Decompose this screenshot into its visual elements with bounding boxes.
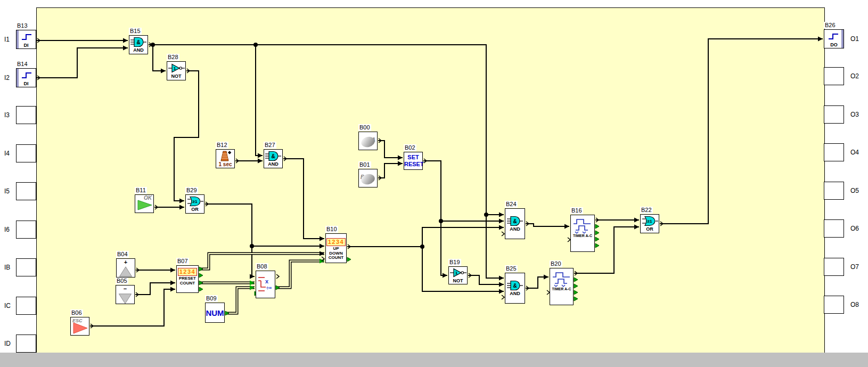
- function-block-b00[interactable]: AB00: [358, 132, 378, 150]
- function-block-b27[interactable]: &ANDB27: [264, 149, 283, 168]
- arrow-up-icon: [118, 265, 134, 278]
- and-gate-icon: &: [506, 216, 524, 226]
- io-label-o3: O3: [850, 111, 859, 118]
- function-block-b15[interactable]: &ANDB15: [129, 35, 148, 54]
- function-block-b02[interactable]: SETRESETB02: [404, 152, 423, 170]
- input-port-i3[interactable]: [16, 106, 36, 124]
- input-port-i4[interactable]: [16, 144, 36, 162]
- gate-caption: AND: [268, 161, 279, 167]
- function-block-b28[interactable]: 1NOTB28: [167, 61, 186, 80]
- svg-text:1: 1: [455, 271, 458, 275]
- io-kind-label: DI: [17, 81, 36, 86]
- block-label: B07: [176, 258, 189, 265]
- svg-text:÷=: ÷=: [266, 286, 272, 291]
- function-block-b04[interactable]: +B04: [116, 258, 135, 278]
- reset-label: RESET: [404, 161, 422, 168]
- block-label: B05: [116, 278, 128, 284]
- function-block-b11[interactable]: OKB11: [135, 194, 154, 213]
- input-port-i5[interactable]: [16, 182, 36, 200]
- sign-label: −: [124, 287, 127, 291]
- gate-caption: NOT: [453, 278, 463, 283]
- clock-caption: 1 sec: [218, 161, 232, 167]
- block-label: B04: [116, 251, 129, 258]
- output-port-o6[interactable]: [824, 219, 844, 238]
- svg-text:1: 1: [174, 66, 176, 71]
- function-block-b01[interactable]: BB01: [358, 169, 378, 187]
- io-label-o6: O6: [850, 225, 859, 232]
- function-block-b12[interactable]: 1 secB12: [216, 149, 235, 168]
- block-label: B09: [205, 295, 218, 302]
- function-block-b20[interactable]: TIMER A-CB20: [550, 268, 574, 305]
- or-gate-icon: ≥1: [641, 216, 659, 226]
- block-label: B08: [256, 263, 268, 270]
- output-port-o4[interactable]: [824, 143, 844, 161]
- function-block-b24[interactable]: &ANDB24: [505, 208, 525, 239]
- svg-text:&: &: [513, 218, 517, 224]
- not-gate-icon: 1: [449, 267, 467, 278]
- function-block-b25[interactable]: &ANDB25: [505, 273, 525, 304]
- counter-value-badge: 1234: [326, 238, 346, 246]
- sign-label: +: [124, 260, 127, 265]
- block-label: B28: [167, 54, 179, 61]
- input-port-ib[interactable]: [16, 258, 36, 276]
- output-port-o2[interactable]: [824, 67, 844, 85]
- compare-icon: x÷=: [257, 273, 274, 297]
- block-label: B02: [404, 144, 416, 151]
- arrow-down-icon: [117, 291, 133, 305]
- io-label-ic: IC: [4, 302, 11, 309]
- output-port-o1[interactable]: DOB26: [824, 29, 844, 48]
- io-label-i3: I3: [4, 111, 10, 119]
- not-gate-icon: 1: [167, 63, 185, 74]
- io-label-o5: O5: [850, 187, 859, 194]
- digital-step-icon: [20, 32, 33, 41]
- function-block-b08[interactable]: x÷=B08: [256, 271, 275, 298]
- io-label-o7: O7: [850, 263, 859, 271]
- input-port-i6[interactable]: [16, 221, 36, 239]
- output-port-o7[interactable]: [824, 258, 844, 276]
- svg-text:&: &: [271, 153, 275, 159]
- function-block-b09[interactable]: NUMB09: [205, 303, 225, 323]
- set-label: SET: [404, 154, 422, 161]
- io-label-o1: O1: [850, 35, 859, 43]
- block-label: B01: [358, 161, 371, 168]
- function-block-b19[interactable]: 1NOTB19: [448, 266, 468, 284]
- gate-caption: OR: [646, 226, 653, 232]
- svg-text:≥1: ≥1: [648, 219, 652, 224]
- gate-caption: NOT: [171, 74, 182, 79]
- input-port-i1[interactable]: DIB13: [16, 30, 36, 49]
- clock-1sec-icon: [216, 151, 234, 161]
- gate-caption: AND: [133, 47, 144, 53]
- input-port-id[interactable]: [16, 335, 36, 353]
- function-block-b16[interactable]: TIMER A-CB16: [570, 215, 595, 252]
- io-label-o8: O8: [850, 301, 859, 308]
- counter-value-badge: 1234: [178, 268, 197, 276]
- output-port-o3[interactable]: [824, 105, 844, 124]
- input-port-i2[interactable]: DIB14: [16, 68, 36, 87]
- function-block-b10[interactable]: 1234UP DOWNCOUNTB10: [325, 233, 347, 263]
- function-block-b22[interactable]: ≥1ORB22: [640, 214, 659, 233]
- gate-caption: AND: [510, 226, 520, 232]
- function-block-b07[interactable]: 1234PRESETCOUNTB07: [176, 265, 199, 293]
- and-gate-icon: &: [506, 280, 524, 291]
- io-label-i2: I2: [4, 74, 10, 81]
- svg-text:≥1: ≥1: [193, 199, 198, 204]
- counter-caption: UP DOWNCOUNT: [326, 247, 346, 260]
- block-label: B24: [505, 201, 518, 208]
- input-port-ic[interactable]: [16, 297, 36, 315]
- diagram-canvas[interactable]: [36, 7, 825, 354]
- block-label: B06: [70, 309, 83, 316]
- block-label: B00: [358, 124, 371, 131]
- output-port-o8[interactable]: [824, 296, 844, 314]
- block-label: B15: [129, 28, 142, 35]
- function-block-b06[interactable]: ESCB06: [70, 317, 89, 336]
- function-block-b05[interactable]: −B05: [116, 285, 135, 304]
- output-port-o5[interactable]: [824, 182, 844, 200]
- function-block-b29[interactable]: ≥1ORB29: [185, 194, 204, 214]
- svg-text:x: x: [265, 278, 269, 284]
- io-label-i5: I5: [4, 187, 10, 195]
- digital-step-icon: [20, 71, 33, 79]
- gate-caption: OR: [191, 207, 199, 212]
- block-label: B27: [264, 142, 276, 149]
- digital-step-icon: [827, 32, 840, 40]
- or-gate-icon: ≥1: [186, 196, 204, 207]
